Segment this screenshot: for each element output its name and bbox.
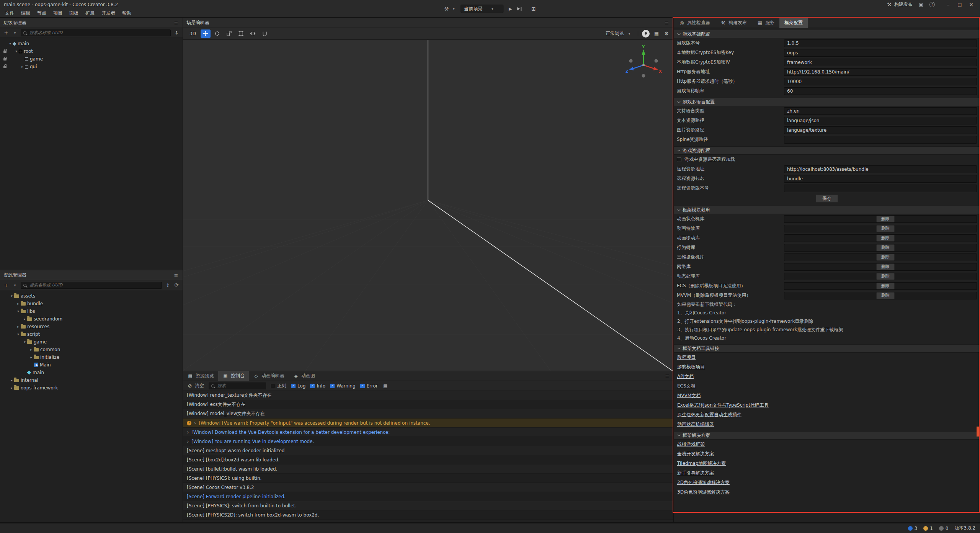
close-button[interactable] (966, 1, 976, 8)
lock-icon[interactable] (3, 58, 7, 60)
expand-chevron-icon[interactable] (187, 438, 189, 444)
delete-module-button[interactable]: 删除 (876, 273, 895, 280)
game-version-input[interactable] (784, 39, 977, 47)
current-scene-select[interactable]: 当前场景 (461, 5, 503, 13)
section-docs-links[interactable]: 框架文档工具链接 (674, 344, 980, 353)
light-toggle-button[interactable] (642, 30, 650, 38)
log-row[interactable]: [Window] render_texture文件夹不存在 (183, 391, 673, 400)
warning-count-badge[interactable]: 1 (923, 526, 933, 531)
fps-input[interactable] (784, 87, 977, 95)
regex-checkbox[interactable] (271, 384, 275, 388)
chevron-down-icon[interactable] (12, 30, 18, 36)
asset-row[interactable]: internal (0, 376, 183, 384)
filter-info[interactable]: Info (310, 383, 325, 389)
menu-developer[interactable]: 开发者 (98, 9, 119, 17)
section-resource-config[interactable]: 游戏资源配置 (674, 146, 980, 155)
tab-property-inspector[interactable]: 属性检查器 (674, 18, 715, 28)
hierarchy-node-gui[interactable]: gui (0, 63, 183, 70)
menu-panel[interactable]: 面板 (66, 9, 82, 17)
crypto-iv-input[interactable] (784, 59, 977, 66)
asset-row[interactable]: initialize (0, 353, 183, 361)
sort-icon[interactable] (165, 282, 171, 288)
solution-link[interactable]: 战棋游戏框架 (677, 441, 705, 448)
log-row[interactable]: [Scene] [bullet]:bullet wasm lib loaded. (183, 464, 673, 474)
delete-module-button[interactable]: 删除 (876, 254, 895, 261)
log-row-warning[interactable]: [Window] [Vue warn]: Property "onInput" … (183, 419, 673, 428)
asset-row[interactable]: Main (0, 361, 183, 369)
hierarchy-node-game[interactable]: game (0, 55, 183, 63)
doc-link[interactable]: MVVM文档 (677, 392, 701, 399)
log-checkbox[interactable] (291, 384, 296, 388)
tab-framework-config[interactable]: 框架配置 (779, 18, 808, 28)
image-path-input[interactable] (784, 126, 977, 134)
compile-button[interactable] (443, 6, 457, 12)
create-asset-icon[interactable] (3, 282, 9, 288)
doc-link[interactable]: 游戏模板项目 (677, 364, 705, 370)
asset-row[interactable]: bundle (0, 300, 183, 307)
doc-link[interactable]: 教程项目 (677, 354, 696, 361)
doc-link[interactable]: 动画状态机编辑器 (677, 421, 714, 428)
clear-console-button[interactable]: 清空 (187, 383, 204, 389)
menu-extension[interactable]: 扩展 (82, 9, 98, 17)
http-server-input[interactable] (784, 68, 977, 76)
section-i18n-config[interactable]: 游戏多语言配置 (674, 98, 980, 106)
section-module-trim[interactable]: 框架模块裁剪 (674, 206, 980, 214)
filter-icon[interactable] (173, 30, 180, 36)
section-game-basic-config[interactable]: 游戏基础配置 (674, 30, 980, 38)
log-row[interactable]: [Scene] Cocos Creator v3.8.2 (183, 483, 673, 492)
layout-grid-icon[interactable] (531, 6, 537, 12)
log-row[interactable]: [Scene] [PHYSICS2D]: switch from box2d-w… (183, 510, 673, 520)
panel-menu-icon[interactable] (173, 20, 179, 26)
console-settings-icon[interactable] (382, 383, 389, 389)
solution-link[interactable]: 新手引导解决方案 (677, 470, 714, 476)
tab-asset-preview[interactable]: 资源预览 (183, 371, 218, 381)
expand-arrow-icon[interactable] (16, 332, 21, 336)
solution-link[interactable]: 3D角色扮演游戏解决方案 (677, 489, 730, 495)
expand-arrow-icon[interactable] (16, 302, 21, 306)
doc-link[interactable]: API文档 (677, 373, 694, 380)
text-path-input[interactable] (784, 117, 977, 124)
asset-row[interactable]: game (0, 338, 183, 346)
info-count-badge[interactable]: 3 (908, 526, 918, 531)
orientation-gizmo[interactable]: Y X Z (625, 44, 662, 81)
tab-console[interactable]: 控制台 (218, 371, 249, 381)
menu-node[interactable]: 节点 (34, 9, 50, 17)
remote-bundle-input[interactable] (784, 175, 977, 183)
asset-row[interactable]: common (0, 346, 183, 353)
expand-arrow-icon[interactable] (22, 317, 27, 321)
3d-toggle-button[interactable]: 3D (187, 29, 199, 38)
expand-arrow-icon[interactable] (9, 294, 14, 298)
section-solutions[interactable]: 框架解决方案 (674, 431, 980, 440)
doc-link[interactable]: 原生包热更新配置自动生成插件 (677, 412, 742, 418)
lock-icon[interactable] (3, 51, 7, 53)
expand-arrow-icon[interactable] (14, 49, 19, 53)
expand-arrow-icon[interactable] (29, 355, 34, 359)
http-timeout-input[interactable] (784, 78, 977, 85)
expand-arrow-icon[interactable] (16, 325, 21, 329)
hierarchy-search-input[interactable] (21, 29, 171, 36)
build-publish-button[interactable]: 构建发布 (886, 1, 913, 8)
scene-settings-icon[interactable] (663, 31, 670, 37)
expand-arrow-icon[interactable] (29, 348, 34, 352)
error-count-badge[interactable]: 0 (939, 526, 949, 531)
tab-services[interactable]: 服务 (752, 18, 779, 28)
expand-arrow-icon[interactable] (9, 386, 14, 390)
menu-file[interactable]: 文件 (2, 9, 18, 17)
refresh-icon[interactable] (173, 282, 180, 288)
delete-module-button[interactable]: 删除 (876, 216, 895, 222)
delete-module-button[interactable]: 删除 (876, 283, 895, 289)
filter-log[interactable]: Log (291, 383, 305, 389)
spine-path-input[interactable] (784, 136, 977, 144)
console-search-input[interactable] (209, 383, 266, 389)
help-icon[interactable] (929, 2, 935, 7)
lock-icon[interactable] (3, 66, 7, 68)
coordinate-toggle-button[interactable] (260, 29, 270, 38)
menu-edit[interactable]: 编辑 (18, 9, 34, 17)
expand-chevron-icon[interactable] (187, 429, 189, 435)
panel-menu-icon[interactable] (664, 20, 670, 26)
maximize-button[interactable] (955, 1, 965, 8)
delete-module-button[interactable]: 删除 (876, 292, 895, 299)
info-checkbox[interactable] (310, 384, 315, 388)
log-row[interactable]: [Scene] [PHYSICS]: using builtin. (183, 474, 673, 483)
expand-arrow-icon[interactable] (9, 378, 14, 382)
